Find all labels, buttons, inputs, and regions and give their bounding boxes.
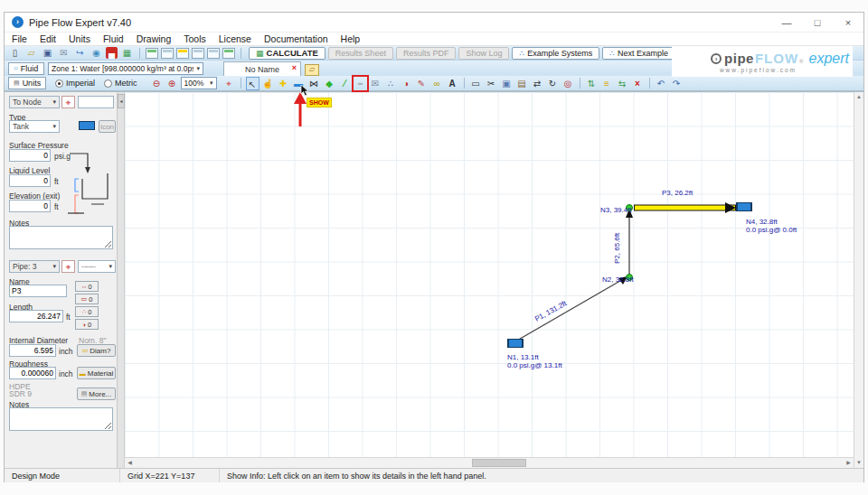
- pdf-export-icon[interactable]: ▄: [106, 47, 118, 59]
- results-sheet-button[interactable]: Results Sheet: [328, 47, 393, 60]
- flow-control-count-button[interactable]: ◑ 0: [75, 319, 99, 330]
- redo-icon[interactable]: ↷: [670, 77, 684, 90]
- paste-icon[interactable]: ▤: [515, 77, 529, 90]
- liquid-level-input[interactable]: [9, 174, 51, 187]
- horizontal-scroll-thumb[interactable]: [472, 459, 526, 467]
- valves-count-button[interactable]: ∴ 0: [75, 306, 99, 317]
- results-pdf-button[interactable]: Results PDF: [396, 47, 457, 60]
- flip-icon[interactable]: ⇄: [531, 77, 544, 90]
- fluid-button[interactable]: ○ Fluid: [8, 62, 44, 75]
- drawing-canvas[interactable]: P3, 26.2ft P2, 65.6ft P1, 131.2ft N3, 39…: [125, 92, 854, 457]
- horizontal-scrollbar[interactable]: ◀ ▶: [125, 457, 854, 468]
- diameter-input[interactable]: [9, 344, 56, 357]
- sheet-button-2[interactable]: [161, 48, 174, 59]
- pipe-name-input[interactable]: [9, 285, 67, 297]
- maximize-button[interactable]: □: [802, 14, 833, 32]
- sort-up-icon[interactable]: ⇅: [585, 77, 599, 90]
- line-style-select[interactable]: ——— ▾: [78, 260, 116, 273]
- web-icon[interactable]: ◉: [90, 47, 103, 59]
- image-export-icon[interactable]: ▦: [120, 47, 134, 59]
- scroll-right-icon[interactable]: ▶: [844, 458, 854, 468]
- select-tool-icon[interactable]: ↖: [246, 77, 259, 90]
- diam-button[interactable]: ▭ Diam?: [77, 344, 116, 357]
- menu-help[interactable]: Help: [341, 33, 361, 44]
- zoom-level-select[interactable]: 100% ▾: [181, 77, 217, 89]
- find-zoom-icon[interactable]: ◎: [561, 77, 575, 90]
- show-log-button[interactable]: Show Log: [458, 47, 509, 60]
- next-example-button[interactable]: ∴ Next Example: [602, 47, 675, 60]
- scroll-left-icon[interactable]: ◀: [125, 458, 135, 468]
- menu-tools[interactable]: Tools: [184, 33, 206, 44]
- node-selector[interactable]: To Node ▾: [9, 96, 60, 108]
- file-tab[interactable]: No Name ×: [223, 61, 301, 76]
- pen-icon[interactable]: ✎: [415, 77, 429, 90]
- add-node-icon[interactable]: ◆: [323, 77, 336, 90]
- scroll-down-icon[interactable]: ▼: [854, 458, 863, 468]
- vertical-scrollbar[interactable]: ▲ ▼: [854, 92, 863, 468]
- imperial-radio[interactable]: Imperial: [55, 79, 95, 88]
- add-pipe-icon[interactable]: ⁄: [338, 77, 352, 90]
- locate-node-button[interactable]: ⌖: [61, 96, 75, 108]
- rectangle-tool-icon[interactable]: ▭: [469, 77, 483, 90]
- pie-display-icon[interactable]: ◑: [400, 77, 413, 90]
- vertical-scroll-track[interactable]: [854, 102, 863, 458]
- menu-edit[interactable]: Edit: [40, 33, 56, 44]
- rotate-icon[interactable]: ↻: [546, 77, 560, 90]
- send-icon[interactable]: ↪: [73, 47, 87, 59]
- sheet-button-1[interactable]: [146, 48, 158, 59]
- undo-icon[interactable]: ↶: [655, 77, 668, 90]
- copy-icon[interactable]: ▣: [500, 77, 514, 90]
- new-file-icon[interactable]: ▯: [8, 47, 22, 59]
- pan-hand-icon[interactable]: ☝: [261, 77, 275, 90]
- open-folder-icon[interactable]: ▱: [24, 47, 38, 59]
- component-count-button[interactable]: ▭ 0: [75, 294, 99, 304]
- cut-icon[interactable]: ✂: [485, 77, 498, 90]
- center-crosshair-icon[interactable]: ⌖: [222, 77, 236, 90]
- save-icon[interactable]: ▣: [41, 47, 54, 59]
- label-envelope-icon[interactable]: ✉: [369, 77, 382, 90]
- roughness-input[interactable]: [9, 367, 56, 379]
- sheet-button-5[interactable]: [207, 48, 220, 59]
- node-n1-tank[interactable]: [507, 339, 524, 348]
- length-input[interactable]: [9, 310, 63, 322]
- show-names-icon[interactable]: ◦◦: [354, 77, 367, 90]
- minimize-button[interactable]: —: [771, 14, 802, 32]
- delete-icon[interactable]: ×: [631, 77, 645, 90]
- node-notes-textarea[interactable]: [9, 226, 113, 249]
- fluid-zone-select[interactable]: Zone 1: Water [998.000000 kg/m³ at 0.0ps…: [48, 62, 203, 75]
- sheet-button-4[interactable]: [192, 48, 204, 59]
- more-button[interactable]: ▤ More...: [77, 388, 116, 400]
- view-glasses-icon[interactable]: ∞: [430, 77, 444, 90]
- menu-units[interactable]: Units: [69, 33, 90, 44]
- node-name-input[interactable]: [78, 96, 114, 108]
- group-items-icon[interactable]: ∴: [384, 77, 398, 90]
- units-button[interactable]: ▤ Units: [8, 77, 46, 89]
- metric-radio[interactable]: Metric: [104, 79, 137, 88]
- menu-drawing[interactable]: Drawing: [137, 33, 172, 44]
- icon-button[interactable]: Icon: [99, 120, 116, 133]
- calculate-button[interactable]: ▦ CALCULATE: [249, 47, 326, 60]
- move-tool-icon[interactable]: ✚: [277, 77, 290, 90]
- menu-license[interactable]: License: [219, 33, 251, 44]
- menu-fluid[interactable]: Fluid: [103, 33, 124, 44]
- close-button[interactable]: ×: [833, 14, 863, 32]
- collapse-panel-button[interactable]: ◄: [118, 94, 125, 108]
- tab-close-icon[interactable]: ×: [292, 63, 297, 72]
- scroll-up-icon[interactable]: ▲: [854, 92, 863, 102]
- locate-pipe-button[interactable]: ⌖: [61, 260, 75, 273]
- surface-pressure-input[interactable]: [9, 149, 51, 162]
- sheet-button-3[interactable]: [176, 48, 189, 59]
- text-tool-icon[interactable]: A: [446, 77, 459, 90]
- new-tab-button[interactable]: ▱: [305, 64, 319, 76]
- node-n4-tank[interactable]: [736, 202, 752, 211]
- email-icon[interactable]: ✉: [57, 47, 71, 59]
- renumber-icon[interactable]: ≡: [600, 77, 614, 90]
- pipe-notes-textarea[interactable]: [9, 407, 113, 431]
- menu-file[interactable]: File: [12, 33, 27, 44]
- material-button[interactable]: ▬ Material: [77, 367, 116, 379]
- sheet-button-6[interactable]: [222, 48, 235, 59]
- zoom-out-icon[interactable]: ⊖: [150, 77, 164, 90]
- node-type-select[interactable]: Tank ▾: [9, 120, 60, 133]
- fittings-count-button[interactable]: ◦◦ 0: [75, 281, 99, 292]
- swap-icon[interactable]: ⇆: [616, 77, 629, 90]
